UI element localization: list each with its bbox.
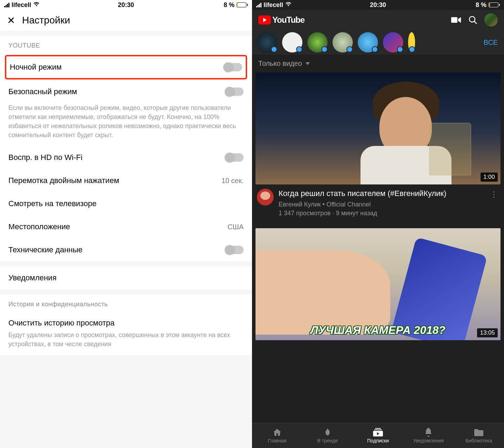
clear-history-label: Очистить историю просмотра — [8, 318, 114, 328]
channel-avatar[interactable] — [383, 32, 403, 52]
clear-history-description: Будут удалены записи о просмотрах, совер… — [0, 330, 252, 355]
tab-label: Главная — [268, 438, 286, 443]
bottom-tabbar: Главная В тренде Подписки Уведомления Би… — [252, 423, 504, 448]
wifi-icon — [33, 1, 40, 9]
youtube-logo-text: YouTube — [272, 15, 304, 25]
clock: 20:30 — [370, 1, 386, 9]
all-channels-link[interactable]: ВСЕ — [484, 38, 499, 47]
battery-pct: 8 % — [476, 1, 486, 9]
safe-mode-description: Если вы включите безопасный режим, видео… — [0, 103, 252, 146]
video-card[interactable]: ЛУЧШАЯ КАМЕРА 2018? 13:05 — [255, 228, 500, 340]
search-icon[interactable] — [468, 15, 478, 25]
video-thumbnail[interactable]: 1:00 — [255, 72, 500, 184]
more-icon[interactable]: ⋮ — [489, 189, 499, 218]
chevron-down-icon — [306, 62, 310, 65]
signal-icon — [256, 3, 261, 7]
youtube-header: YouTube — [252, 10, 504, 30]
night-mode-highlight: Ночной режим — [5, 55, 247, 79]
subscriptions-icon — [373, 428, 383, 436]
hd-wifi-toggle[interactable] — [225, 153, 244, 162]
channel-avatar[interactable] — [307, 32, 328, 52]
filter-dropdown[interactable]: Только видео — [252, 55, 504, 72]
svg-point-1 — [469, 16, 475, 22]
battery-icon — [489, 2, 500, 7]
night-mode-row[interactable]: Ночной режим — [6, 56, 246, 78]
settings-header: ✕ Настройки — [0, 10, 252, 31]
status-bar-left: lifecell 20:30 8 % — [0, 0, 252, 10]
notifications-label: Уведомления — [8, 273, 57, 282]
video-duration: 13:05 — [477, 328, 498, 337]
channel-avatar-small[interactable] — [257, 189, 274, 205]
tab-label: Библиотека — [465, 438, 492, 443]
tab-label: Подписки — [367, 438, 389, 443]
user-avatar[interactable] — [484, 13, 498, 27]
night-mode-toggle[interactable] — [224, 63, 242, 71]
camera-icon[interactable] — [451, 15, 461, 25]
wifi-icon — [285, 1, 292, 9]
video-duration: 1:00 — [481, 173, 498, 182]
channel-avatar[interactable] — [332, 32, 353, 52]
clear-history-row[interactable]: Очистить историю просмотра — [0, 312, 252, 330]
location-row[interactable]: Местоположение США — [0, 215, 252, 238]
svg-rect-3 — [375, 428, 381, 429]
status-bar-right: lifecell 20:30 8 % — [252, 0, 504, 10]
bell-icon — [424, 428, 433, 436]
thumbnail-overlay-text: ЛУЧШАЯ КАМЕРА 2018? — [310, 324, 446, 337]
tech-data-label: Технические данные — [8, 245, 83, 254]
section-header-youtube: YOUTUBE — [0, 36, 252, 53]
notifications-row[interactable]: Уведомления — [0, 266, 252, 289]
folder-icon — [474, 428, 484, 436]
video-stats: 1 347 просмотров · 9 минут назад — [279, 209, 484, 218]
double-tap-value: 10 сек. — [222, 177, 244, 185]
double-tap-label: Перемотка двойным нажатием — [8, 176, 119, 185]
night-mode-label: Ночной режим — [10, 63, 62, 72]
video-title: Когда решил стать писателем (#ЕвгенийКул… — [279, 189, 484, 199]
youtube-logo[interactable]: YouTube — [258, 15, 304, 25]
carrier-label: lifecell — [264, 1, 283, 9]
channel-avatar[interactable] — [408, 32, 415, 52]
tech-data-toggle[interactable] — [225, 246, 244, 254]
hd-wifi-label: Воспр. в HD по Wi-Fi — [8, 153, 83, 162]
tab-trending[interactable]: В тренде — [302, 423, 353, 448]
channel-avatar[interactable] — [358, 32, 378, 52]
home-icon — [272, 428, 282, 436]
filter-label: Только видео — [258, 59, 302, 68]
page-title: Настройки — [22, 15, 70, 26]
close-icon[interactable]: ✕ — [7, 15, 15, 26]
watch-tv-label: Смотреть на телевизоре — [8, 199, 97, 208]
video-card[interactable]: 1:00 Когда решил стать писателем (#Евген… — [255, 72, 500, 222]
tab-library[interactable]: Библиотека — [454, 423, 504, 448]
carrier-label: lifecell — [12, 1, 31, 9]
location-value: США — [227, 223, 244, 231]
watch-tv-row[interactable]: Смотреть на телевизоре — [0, 192, 252, 215]
safe-mode-toggle[interactable] — [225, 88, 244, 96]
flame-icon — [323, 428, 332, 436]
channel-strip[interactable]: ВСЕ — [252, 30, 504, 55]
tab-notifications[interactable]: Уведомления — [403, 423, 454, 448]
tech-data-row[interactable]: Технические данные — [0, 238, 252, 261]
safe-mode-label: Безопасный режим — [8, 87, 77, 96]
signal-icon — [4, 3, 9, 7]
section-header-history: История и конфиденциальность — [0, 294, 252, 312]
video-channel: Евгений Кулик • Official Channel — [279, 200, 484, 209]
battery-icon — [237, 2, 248, 7]
tab-label: Уведомления — [413, 438, 444, 443]
video-thumbnail[interactable]: ЛУЧШАЯ КАМЕРА 2018? 13:05 — [255, 228, 500, 340]
hd-wifi-row[interactable]: Воспр. в HD по Wi-Fi — [0, 146, 252, 169]
tab-label: В тренде — [317, 438, 338, 443]
double-tap-row[interactable]: Перемотка двойным нажатием 10 сек. — [0, 169, 252, 192]
youtube-play-icon — [258, 15, 271, 24]
svg-rect-4 — [374, 429, 382, 430]
battery-pct: 8 % — [224, 1, 234, 9]
tab-home[interactable]: Главная — [252, 423, 302, 448]
svg-rect-0 — [451, 17, 457, 23]
channel-avatar[interactable] — [257, 32, 277, 52]
channel-avatar[interactable] — [282, 32, 302, 52]
safe-mode-row[interactable]: Безопасный режим — [0, 80, 252, 103]
tab-subscriptions[interactable]: Подписки — [353, 423, 403, 448]
clock: 20:30 — [118, 1, 134, 9]
svg-line-2 — [474, 21, 477, 24]
location-label: Местоположение — [8, 222, 70, 231]
